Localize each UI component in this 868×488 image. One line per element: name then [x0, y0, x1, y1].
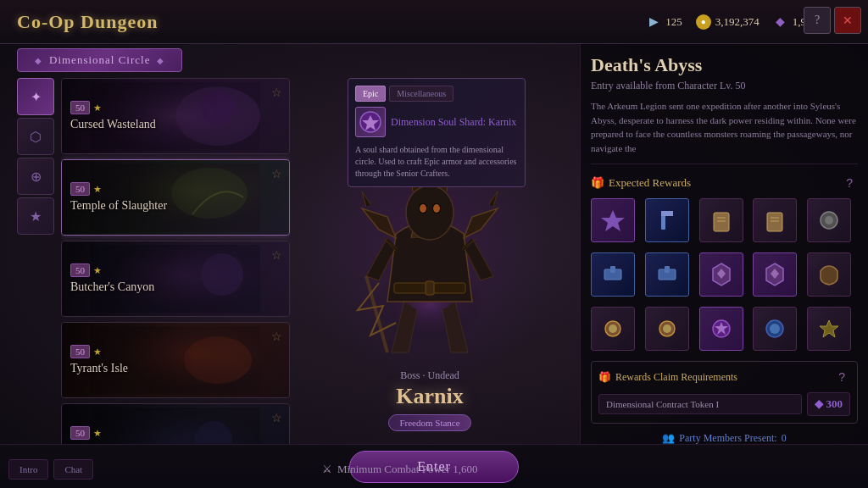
tab-gate[interactable]: ⬡: [17, 118, 54, 155]
rewards-icon: 🎁: [591, 176, 604, 190]
list-item[interactable]: 50 ★ Tyrant's Isle ☆: [61, 322, 290, 398]
claim-amount: ◆ 300: [807, 392, 851, 416]
dungeon-description: The Arkeum Legion sent one expedition af…: [591, 99, 858, 164]
favorite-icon[interactable]: ☆: [271, 167, 282, 181]
reward-item[interactable]: [753, 252, 797, 297]
claim-requirements: 🎁 Rewards Claim Requirements ? Dimension…: [591, 361, 858, 424]
svg-point-35: [609, 324, 617, 333]
boss-label: Boss · Undead: [400, 369, 459, 382]
close-button[interactable]: ✕: [834, 7, 861, 34]
arrow-resource: ▶ 125: [646, 14, 682, 30]
star-rating: ★: [93, 347, 102, 358]
claim-help-button[interactable]: ?: [833, 369, 850, 385]
reward-item[interactable]: [645, 198, 689, 242]
rewards-help-button[interactable]: ?: [841, 175, 858, 191]
boss-stance: Freedom Stance: [388, 414, 470, 431]
dim-circle-label[interactable]: Dimensional Circle: [17, 48, 182, 72]
svg-rect-25: [767, 213, 782, 231]
rewards-section-3: [591, 307, 858, 351]
rewards-section-2: [591, 252, 858, 297]
reward-item[interactable]: [753, 307, 797, 351]
coin-resource: ● 3,192,374: [696, 14, 760, 30]
svg-point-17: [420, 204, 426, 213]
dungeon-level: 50 ★: [70, 426, 166, 440]
list-item[interactable]: 50 ★ Cave of Destruction ☆: [61, 403, 290, 444]
tab-favorites[interactable]: ★: [17, 197, 54, 235]
party-members-count: 0: [782, 432, 787, 444]
reward-item[interactable]: [699, 307, 743, 351]
svg-rect-33: [665, 266, 670, 273]
svg-point-40: [770, 324, 780, 334]
dungeon-info: 50 ★ Cave of Destruction: [70, 426, 166, 444]
dungeon-info: 50 ★ Temple of Slaughter: [70, 182, 167, 213]
reward-item[interactable]: [753, 198, 797, 242]
dungeon-name: Cursed Wasteland: [70, 118, 156, 131]
entry-level: Entry available from Character Lv. 50: [591, 80, 858, 92]
claim-icon: 🎁: [598, 371, 611, 384]
right-panel: Death's Abyss Entry available from Chara…: [580, 44, 868, 444]
dungeon-info: 50 ★ Butcher's Canyon: [70, 263, 154, 294]
reward-item[interactable]: [699, 252, 743, 297]
tooltip-tab-epic[interactable]: Epic: [355, 86, 386, 102]
top-bar: Co-Op Dungeon ▶ 125 ● 3,192,374 ◆ 1,920 …: [0, 0, 868, 44]
dungeon-level: 50 ★: [70, 263, 154, 277]
coin-value: 3,192,374: [715, 15, 760, 29]
level-badge: 50: [70, 426, 90, 440]
tab-dungeon[interactable]: ⊕: [17, 158, 54, 195]
svg-rect-20: [426, 281, 434, 295]
tooltip-tab-misc[interactable]: Miscellaneous: [389, 86, 453, 102]
rewards-grid: [591, 198, 858, 242]
reward-item[interactable]: [645, 252, 689, 297]
reward-item[interactable]: [807, 252, 851, 297]
help-button[interactable]: ?: [804, 7, 831, 34]
page-title: Co-Op Dungeon: [17, 11, 158, 33]
dungeon-name: Tyrant's Isle: [70, 362, 128, 375]
star-rating: ★: [93, 103, 102, 114]
reward-item[interactable]: [699, 198, 743, 242]
svg-point-14: [406, 186, 453, 240]
tooltip-description: A soul shard obtained from the dimension…: [355, 144, 518, 180]
tab-dimensional-circle[interactable]: ✦: [17, 78, 54, 115]
main-area: Epic Miscellaneous Dimension Soul Shard:…: [297, 44, 868, 444]
favorite-icon[interactable]: ☆: [271, 330, 282, 344]
list-item[interactable]: 50 ★ Cursed Wasteland ☆: [61, 78, 290, 154]
svg-rect-31: [610, 266, 615, 273]
party-members-icon: 👥: [662, 432, 675, 444]
tooltip-item-name: Dimension Soul Shard: Karnix: [391, 116, 516, 129]
claim-row: Dimensional Contract Token I ◆ 300: [598, 392, 850, 416]
star-rating: ★: [93, 184, 102, 195]
svg-point-29: [825, 216, 833, 225]
dungeon-name: Temple of Slaughter: [70, 199, 167, 213]
boss-area: Epic Miscellaneous Dimension Soul Shard:…: [297, 44, 563, 444]
favorite-icon[interactable]: ☆: [271, 248, 282, 263]
dungeon-name: Butcher's Canyon: [70, 280, 154, 294]
reward-item[interactable]: [807, 198, 851, 242]
favorite-icon[interactable]: ☆: [271, 411, 282, 425]
claim-label: Rewards Claim Requirements: [615, 371, 737, 384]
reward-item[interactable]: [645, 307, 689, 351]
left-tabs: ✦ ⬡ ⊕ ★: [17, 78, 58, 235]
dungeon-level: 50 ★: [70, 345, 128, 358]
item-tooltip: Epic Miscellaneous Dimension Soul Shard:…: [348, 78, 526, 187]
favorite-icon[interactable]: ☆: [271, 86, 282, 100]
rewards-label: Expected Rewards: [609, 176, 691, 190]
tooltip-tabs: Epic Miscellaneous: [355, 86, 518, 102]
level-badge: 50: [70, 182, 90, 196]
list-item[interactable]: 50 ★ Temple of Slaughter ☆: [61, 159, 290, 236]
claim-title: 🎁 Rewards Claim Requirements ?: [598, 369, 850, 385]
arrow-icon: ▶: [646, 14, 661, 30]
bottom-left-buttons: Intro Chat: [8, 459, 93, 480]
resources-bar: ▶ 125 ● 3,192,374 ◆ 1,920: [646, 14, 817, 30]
reward-item[interactable]: [591, 252, 635, 297]
reward-item[interactable]: [591, 198, 635, 242]
chat-button[interactable]: Chat: [53, 459, 93, 480]
star-rating: ★: [93, 265, 102, 276]
list-item[interactable]: 50 ★ Butcher's Canyon ☆: [61, 241, 290, 317]
top-buttons: ? ✕: [804, 7, 861, 34]
dungeon-list: 50 ★ Cursed Wasteland ☆: [61, 78, 290, 444]
reward-item[interactable]: [591, 307, 635, 351]
svg-rect-22: [714, 213, 729, 231]
reward-item[interactable]: [807, 307, 851, 351]
intro-button[interactable]: Intro: [8, 459, 48, 480]
coin-icon: ●: [696, 14, 711, 30]
